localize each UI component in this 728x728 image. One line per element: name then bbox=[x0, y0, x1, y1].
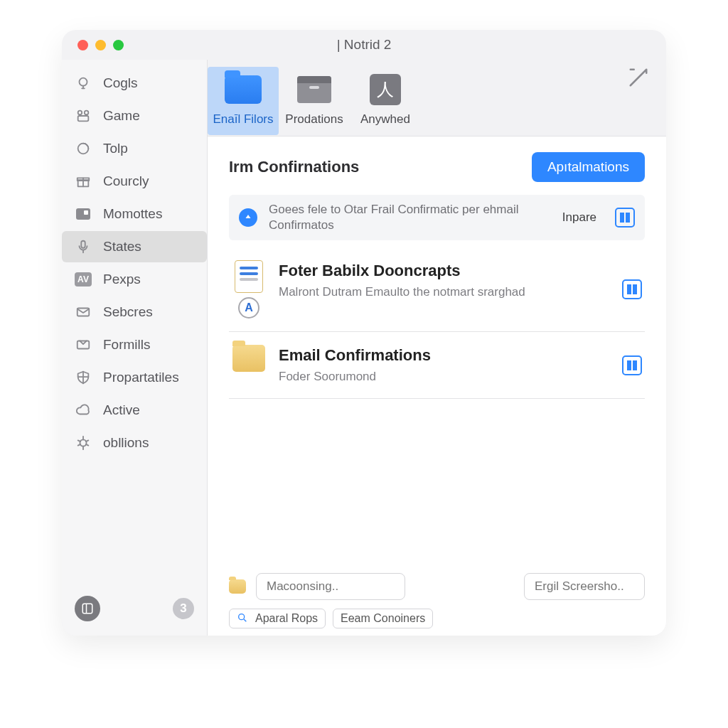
main-panel: Enaīl Filors Prodations 人 Anywhed Irm Co… bbox=[208, 60, 666, 636]
list-item[interactable]: Email Confirmations Foder Soorumond bbox=[229, 332, 645, 399]
sidebar-item-label: Sebcres bbox=[103, 304, 153, 320]
toolbar: Enaīl Filors Prodations 人 Anywhed bbox=[208, 60, 666, 136]
mic-icon bbox=[75, 238, 92, 255]
app-window: | Notrid 2 Cogls Game Tolp bbox=[62, 30, 666, 636]
sidebar-item-pexps[interactable]: AV Pexps bbox=[62, 264, 207, 295]
sidebar-item-formills[interactable]: Formills bbox=[62, 329, 207, 360]
toolbar-item-label: Enaīl Filors bbox=[213, 112, 273, 127]
svg-rect-5 bbox=[78, 116, 89, 121]
sidebar-item-momottes[interactable]: Momottes bbox=[62, 198, 207, 230]
bottom-bar: Aparal Rops Eeam Conoiners bbox=[229, 563, 645, 628]
folder-icon bbox=[229, 579, 246, 594]
tag-label: Eeam Conoiners bbox=[341, 612, 425, 625]
gift-icon bbox=[75, 173, 92, 190]
sidebar-item-active[interactable]: Active bbox=[62, 395, 207, 426]
sidebar-item-label: Propartatiles bbox=[103, 370, 179, 385]
document-icon bbox=[235, 260, 263, 293]
sidebar-item-label: Momottes bbox=[103, 206, 162, 222]
sidebar-item-label: Game bbox=[103, 108, 140, 124]
game-icon bbox=[75, 107, 92, 124]
list-item-icon: A bbox=[232, 260, 266, 318]
svg-rect-13 bbox=[77, 341, 90, 349]
sidebar-item-label: States bbox=[103, 239, 141, 255]
svg-rect-10 bbox=[81, 241, 85, 248]
tab-anywhed[interactable]: 人 Anywhed bbox=[350, 67, 421, 135]
sidebar-item-label: Tolp bbox=[103, 141, 128, 156]
cloud-icon bbox=[75, 402, 92, 419]
toolbar-item-label: Anywhed bbox=[360, 112, 410, 127]
copy-icon[interactable] bbox=[622, 355, 642, 375]
section-header: Irm Confirnations Apıtalmations bbox=[229, 152, 645, 182]
notice-action-label: Inpare bbox=[562, 210, 596, 225]
list-item-title: Email Confirmations bbox=[279, 346, 609, 365]
sidebar-item-tolp[interactable]: Tolp bbox=[62, 133, 207, 164]
svg-line-26 bbox=[244, 619, 246, 621]
notice-text: Goees fele to Otar Frail Confirmatic per… bbox=[269, 202, 551, 233]
sidebar-item-label: Pexps bbox=[103, 272, 141, 287]
copy-icon[interactable] bbox=[615, 208, 635, 228]
svg-point-4 bbox=[85, 111, 89, 115]
sidebar-item-propartatiles[interactable]: Propartatiles bbox=[62, 362, 207, 393]
tag-bar: Aparal Rops Eeam Conoiners bbox=[229, 609, 645, 628]
svg-point-0 bbox=[80, 78, 87, 86]
svg-point-16 bbox=[80, 439, 86, 446]
arrow-up-icon bbox=[239, 208, 257, 227]
filter-input-2[interactable] bbox=[524, 573, 645, 600]
svg-point-25 bbox=[239, 614, 245, 620]
svg-rect-23 bbox=[82, 604, 92, 614]
content-area: Irm Confirnations Apıtalmations Goees fe… bbox=[208, 136, 666, 636]
shield-icon bbox=[75, 369, 92, 386]
list-item-subtitle: Malront Dutram Emaulto the notmart srarg… bbox=[279, 284, 609, 301]
tab-prodations[interactable]: Prodations bbox=[279, 67, 350, 135]
sidebar: Cogls Game Tolp Courcly bbox=[62, 60, 208, 636]
sidebar-item-obllions[interactable]: obllions bbox=[62, 427, 207, 459]
filter-input-1[interactable] bbox=[256, 573, 405, 600]
sidebar-item-sebcres[interactable]: Sebcres bbox=[62, 296, 207, 328]
list-item-icon bbox=[232, 345, 266, 372]
search-icon bbox=[237, 612, 250, 625]
bug-icon bbox=[75, 434, 92, 451]
notice-banner[interactable]: Goees fele to Otar Frail Confirmatic per… bbox=[229, 195, 645, 240]
primary-action-button[interactable]: Apıtalmations bbox=[532, 152, 645, 182]
bulb-icon bbox=[75, 75, 92, 92]
toolbar-item-label: Prodations bbox=[285, 112, 343, 127]
list-item-title: Foter Babilx Dooncrapts bbox=[279, 262, 609, 280]
mail-icon bbox=[75, 304, 92, 321]
section-title: Irm Confirnations bbox=[229, 158, 359, 176]
sidebar-item-label: Courcly bbox=[103, 173, 149, 189]
sidebar-badge: 3 bbox=[173, 598, 194, 619]
result-list: A Foter Babilx Dooncrapts Malront Dutram… bbox=[229, 247, 645, 399]
compose-button[interactable] bbox=[628, 67, 649, 93]
sidebar-item-cogls[interactable]: Cogls bbox=[62, 68, 207, 99]
tag-label: Aparal Rops bbox=[255, 612, 318, 625]
window-title: | Notrid 2 bbox=[62, 37, 666, 53]
folder-icon bbox=[223, 70, 263, 109]
font-icon: A bbox=[238, 297, 259, 318]
refresh-icon bbox=[75, 140, 92, 157]
sidebar-item-game[interactable]: Game bbox=[62, 100, 207, 132]
list-item[interactable]: A Foter Babilx Dooncrapts Malront Dutram… bbox=[229, 247, 645, 332]
titlebar: | Notrid 2 bbox=[62, 30, 666, 60]
tag-eeam-conoiners[interactable]: Eeam Conoiners bbox=[333, 609, 433, 628]
sidebar-item-label: Cogls bbox=[103, 75, 138, 91]
list-item-subtitle: Foder Soorumond bbox=[279, 369, 609, 385]
pdf-icon: 人 bbox=[365, 70, 405, 109]
sidebar-item-label: obllions bbox=[103, 435, 149, 451]
tag-aparal-rops[interactable]: Aparal Rops bbox=[229, 609, 326, 628]
box-icon bbox=[294, 70, 334, 109]
copy-icon[interactable] bbox=[622, 279, 642, 299]
tab-enail-filors[interactable]: Enaīl Filors bbox=[208, 67, 279, 135]
svg-point-3 bbox=[78, 111, 82, 115]
sidebar-layout-button[interactable] bbox=[75, 596, 100, 621]
sidebar-item-label: Active bbox=[103, 402, 140, 418]
inbox-icon bbox=[75, 336, 92, 353]
square-icon bbox=[75, 205, 92, 223]
folder-icon bbox=[232, 345, 265, 372]
sidebar-item-label: Formills bbox=[103, 337, 151, 353]
sidebar-footer: 3 bbox=[62, 584, 207, 636]
av-icon: AV bbox=[75, 271, 92, 288]
sidebar-item-states[interactable]: States bbox=[62, 231, 207, 262]
sidebar-item-courcly[interactable]: Courcly bbox=[62, 166, 207, 197]
